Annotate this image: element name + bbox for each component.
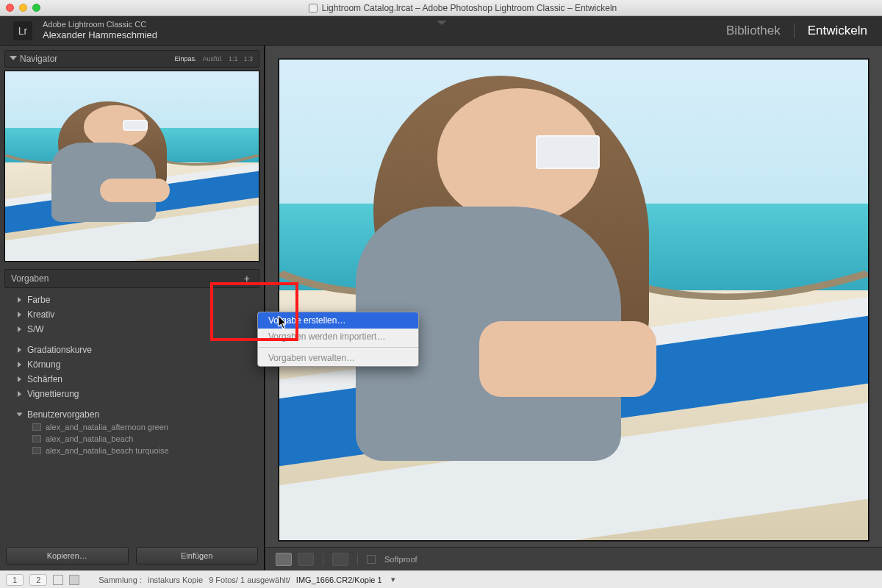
photo-count: 9 Fotos/ 1 ausgewählt/ — [209, 576, 290, 584]
presets-title: Vorgaben — [11, 273, 49, 284]
filter-2[interactable]: 2 — [29, 574, 47, 586]
maximize-icon[interactable] — [32, 4, 40, 12]
menu-import-presets[interactable]: Vorgaben werden importiert… — [258, 329, 418, 345]
main-image[interactable] — [279, 59, 869, 541]
preset-group-user[interactable]: Benutzervorgaben alex_and_natalia_aftern… — [18, 407, 257, 460]
preset-icon — [32, 435, 41, 442]
preset-group[interactable]: Körnung — [18, 357, 257, 372]
preset-group[interactable]: Gradationskurve — [18, 343, 257, 357]
viewer-toolbar: Softproof — [265, 547, 882, 570]
module-develop[interactable]: Entwickeln — [794, 24, 867, 38]
preset-group[interactable]: Vignettierung — [18, 387, 257, 401]
chevron-down-icon[interactable]: ▾ — [391, 575, 395, 584]
add-preset-button[interactable]: + — [241, 273, 253, 284]
image-viewer: Softproof — [265, 46, 882, 570]
preset-group[interactable]: Schärfen — [18, 372, 257, 387]
presets-panel: Vorgaben + Farbe Kreativ S/W Gradationsk… — [4, 269, 259, 542]
collection-name[interactable]: instakurs Kopie — [148, 576, 203, 584]
grid-icon[interactable] — [53, 575, 63, 585]
grid-icon[interactable] — [69, 575, 79, 585]
zoom-1to1[interactable]: 1:1 — [229, 55, 238, 62]
preset-group[interactable]: Kreativ — [18, 307, 257, 322]
menu-manage-presets[interactable]: Vorgaben verwalten… — [258, 350, 418, 366]
window-titlebar: Lightroom Catalog.lrcat – Adobe Photosho… — [0, 0, 882, 16]
softproof-label: Softproof — [384, 555, 417, 564]
loupe-view-button[interactable] — [276, 553, 292, 566]
preset-item[interactable]: alex_and_natalia_afternoon green — [32, 421, 257, 433]
preset-icon — [32, 447, 41, 454]
app-logo-icon: Lr — [13, 21, 32, 40]
zoom-fill[interactable]: Ausfül. — [202, 55, 223, 62]
filter-1[interactable]: 1 — [6, 574, 24, 586]
paste-button[interactable]: Einfügen — [136, 547, 259, 564]
window-title: Lightroom Catalog.lrcat – Adobe Photosho… — [322, 3, 617, 13]
left-panel: Navigator Einpas. Ausfül. 1:1 1:3 Vorgab… — [0, 46, 265, 570]
softproof-checkbox[interactable] — [367, 555, 376, 564]
close-icon[interactable] — [6, 4, 14, 12]
before-after-button[interactable] — [298, 553, 314, 566]
user-name: Alexander Hammeschmied — [43, 29, 157, 41]
menu-create-preset[interactable]: Vorgabe erstellen… — [258, 312, 418, 329]
preset-group[interactable]: S/W — [18, 322, 257, 337]
navigator-header[interactable]: Navigator Einpas. Ausfül. 1:1 1:3 — [4, 50, 259, 68]
grid-overlay-button[interactable] — [332, 553, 348, 566]
product-name: Adobe Lightroom Classic CC — [43, 20, 157, 29]
window-controls — [6, 4, 40, 12]
presets-context-menu: Vorgabe erstellen… Vorgaben werden impor… — [257, 312, 419, 367]
status-bar: 1 2 Sammlung : instakurs Kopie 9 Fotos/ … — [0, 570, 882, 588]
current-filename: IMG_1666.CR2/Kopie 1 — [296, 576, 382, 584]
disclosure-icon — [10, 56, 17, 60]
zoom-ratio[interactable]: 1:3 — [243, 55, 253, 62]
document-icon — [309, 4, 318, 12]
collection-label: Sammlung : — [98, 576, 142, 584]
navigator-preview[interactable] — [4, 71, 259, 262]
minimize-icon[interactable] — [19, 4, 27, 12]
preset-item[interactable]: alex_and_natalia_beach — [32, 433, 257, 445]
navigator-title: Navigator — [20, 54, 57, 64]
zoom-fit[interactable]: Einpas. — [174, 55, 196, 62]
preset-group[interactable]: Farbe — [18, 293, 257, 307]
chevron-down-icon[interactable] — [437, 21, 445, 26]
presets-header[interactable]: Vorgaben + — [4, 269, 259, 288]
identity-bar: Lr Adobe Lightroom Classic CC Alexander … — [0, 16, 882, 46]
preset-item[interactable]: alex_and_natalia_beach turquoise — [32, 445, 257, 456]
preset-icon — [32, 423, 41, 431]
module-library[interactable]: Bibliothek — [726, 24, 781, 38]
copy-button[interactable]: Kopieren… — [6, 547, 129, 564]
